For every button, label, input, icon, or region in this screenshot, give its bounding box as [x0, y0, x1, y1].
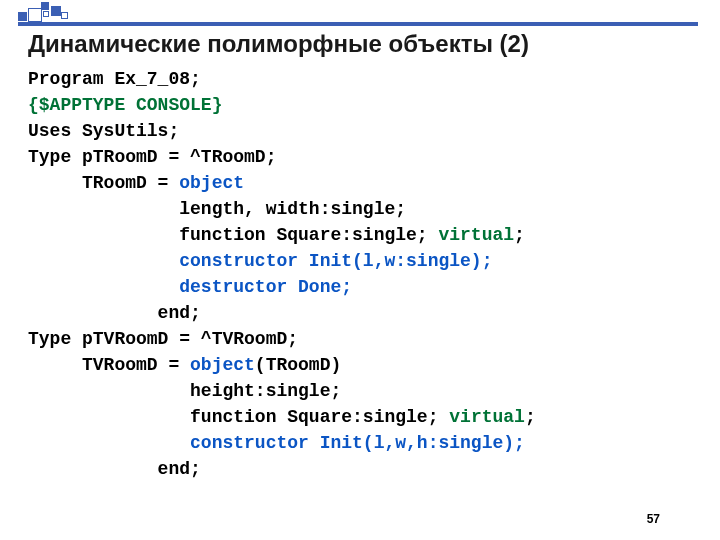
code-line-part: ; — [514, 225, 525, 245]
code-line-part: function Square:single; — [28, 407, 449, 427]
deco-square — [41, 2, 49, 10]
keyword-virtual: virtual — [449, 407, 525, 427]
title-underline — [18, 22, 698, 26]
code-block: Program Ex_7_08; {$APPTYPE CONSOLE} Uses… — [28, 66, 536, 482]
code-line: Type pTVRoomD = ^TVRoomD; — [28, 329, 298, 349]
code-line: end; — [28, 459, 201, 479]
deco-square — [43, 11, 49, 17]
code-line: {$APPTYPE CONSOLE} — [28, 95, 222, 115]
code-line: constructor Init(l,w:single); — [28, 251, 492, 271]
deco-square — [51, 6, 61, 16]
code-line: length, width:single; — [28, 199, 406, 219]
keyword-object: object — [179, 173, 244, 193]
code-line-part: TVRoomD = — [28, 355, 190, 375]
keyword-object: object — [190, 355, 255, 375]
code-line-part: TRoomD = — [28, 173, 179, 193]
slide-title: Динамические полиморфные объекты (2) — [28, 30, 529, 58]
code-line-part: ; — [525, 407, 536, 427]
page-number: 57 — [647, 512, 660, 526]
code-line: Uses SysUtils; — [28, 121, 179, 141]
code-line-part: function Square:single; — [28, 225, 438, 245]
code-line: destructor Done; — [28, 277, 352, 297]
keyword-virtual: virtual — [438, 225, 514, 245]
deco-square — [61, 12, 68, 19]
code-line: Program Ex_7_08; — [28, 69, 201, 89]
code-line: constructor Init(l,w,h:single); — [28, 433, 525, 453]
code-line: height:single; — [28, 381, 341, 401]
code-line: Type pTRoomD = ^TRoomD; — [28, 147, 276, 167]
deco-square — [18, 12, 27, 21]
code-line: end; — [28, 303, 201, 323]
deco-square — [28, 8, 42, 22]
code-line-part: (TRoomD) — [255, 355, 341, 375]
